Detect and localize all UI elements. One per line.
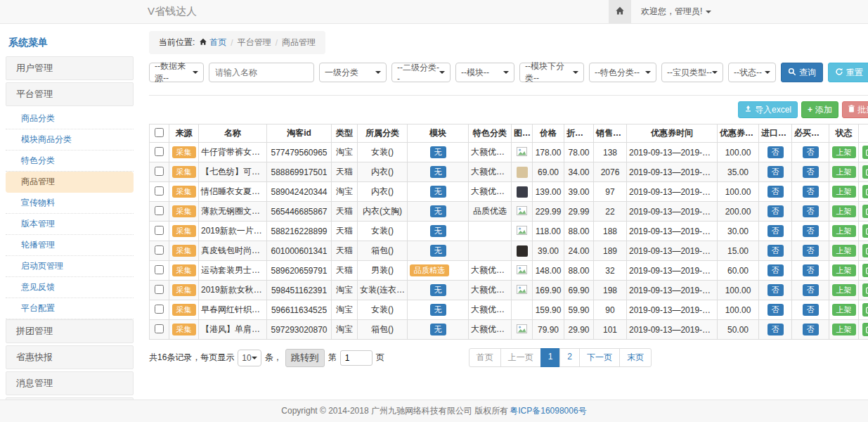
pager-button-2[interactable]: 1 [540,348,561,367]
status-badge[interactable]: 上架 [832,284,856,296]
row-checkbox[interactable] [155,324,164,333]
import-select-toggle[interactable]: 否 [767,166,784,178]
source-badge[interactable]: 采集 [172,146,196,158]
user-menu[interactable]: 欢迎您，管理员! [641,6,711,18]
module-badge[interactable]: 品质精选 [410,264,449,276]
sidebar-item-10[interactable]: 意见反馈 [6,277,134,298]
pager-button-1[interactable]: 上一页 [500,348,541,367]
sidebar-item-9[interactable]: 启动页管理 [6,256,134,277]
edit-button[interactable] [862,323,868,336]
filter-select-8[interactable]: --状态-- [728,63,776,82]
import-select-toggle[interactable]: 否 [767,284,784,296]
source-badge[interactable]: 采集 [172,166,196,178]
module-badge[interactable]: 无 [430,166,446,178]
sidebar-item-6[interactable]: 宣传物料 [6,193,134,214]
sidebar-item-12[interactable]: 拼团管理 [6,319,134,343]
sidebar-item-7[interactable]: 版本管理 [6,214,134,235]
source-badge[interactable]: 采集 [172,324,196,335]
status-badge[interactable]: 上架 [832,146,856,158]
filter-select-2[interactable]: 一级分类 [319,63,387,82]
edit-button[interactable] [862,146,868,159]
must-buy-toggle[interactable]: 否 [803,264,819,276]
edit-button[interactable] [862,283,868,297]
filter-select-5[interactable]: --模块下分类-- [519,63,584,82]
add-button[interactable]: + 添加 [801,101,838,118]
row-checkbox[interactable] [155,147,164,156]
select-all-checkbox[interactable] [155,128,164,137]
edit-button[interactable] [862,244,868,257]
source-badge[interactable]: 采集 [172,205,196,217]
source-badge[interactable]: 采集 [172,186,196,198]
import-excel-button[interactable]: 导入excel [738,101,798,118]
source-badge[interactable]: 采集 [172,264,196,276]
edit-button[interactable] [862,185,868,198]
source-badge[interactable]: 采集 [172,245,196,257]
row-checkbox[interactable] [155,245,164,255]
pager-button-5[interactable]: 末页 [619,348,652,367]
edit-button[interactable] [862,303,868,316]
breadcrumb-home-link[interactable]: 首页 [199,37,226,49]
sidebar-item-4[interactable]: 特色分类 [6,151,134,172]
status-badge[interactable]: 上架 [832,166,856,178]
filter-select-0[interactable]: --数据来源-- [149,63,204,82]
per-page-select[interactable]: 10 [238,350,261,366]
import-select-toggle[interactable]: 否 [767,146,784,158]
filter-select-6[interactable]: --特色分类-- [589,63,656,82]
row-checkbox[interactable] [155,206,164,215]
edit-button[interactable] [862,205,868,218]
sidebar-item-8[interactable]: 轮播管理 [6,235,134,256]
must-buy-toggle[interactable]: 否 [803,245,819,257]
module-badge[interactable]: 无 [430,324,446,335]
import-select-toggle[interactable]: 否 [767,324,784,335]
import-select-toggle[interactable]: 否 [767,205,784,217]
status-badge[interactable]: 上架 [832,225,856,237]
must-buy-toggle[interactable]: 否 [803,146,819,158]
must-buy-toggle[interactable]: 否 [803,166,819,178]
name-search-input[interactable] [209,63,314,82]
sidebar-item-1[interactable]: 平台管理 [6,82,134,106]
batch-delete-button[interactable]: 批量删除 [842,101,868,118]
filter-select-3[interactable]: --二级分类-- [391,63,451,82]
status-badge[interactable]: 上架 [832,264,856,276]
sidebar-item-11[interactable]: 平台配置 [6,298,134,319]
pager-button-0[interactable]: 首页 [469,348,501,367]
sidebar-item-5[interactable]: 商品管理 [6,172,134,193]
pager-button-3[interactable]: 2 [559,348,580,367]
home-button[interactable] [609,0,631,23]
filter-select-7[interactable]: --宝贝类型-- [661,63,723,82]
status-badge[interactable]: 上架 [832,304,856,316]
must-buy-toggle[interactable]: 否 [803,225,819,237]
module-badge[interactable]: 无 [430,245,446,257]
edit-button[interactable] [862,165,868,179]
import-select-toggle[interactable]: 否 [767,245,784,257]
module-badge[interactable]: 无 [430,205,446,217]
sidebar-item-0[interactable]: 用户管理 [6,56,134,80]
source-badge[interactable]: 采集 [172,304,196,316]
must-buy-toggle[interactable]: 否 [803,304,819,316]
pager-button-4[interactable]: 下一页 [579,348,620,367]
status-badge[interactable]: 上架 [832,245,856,257]
must-buy-toggle[interactable]: 否 [803,324,819,335]
module-badge[interactable]: 无 [430,186,446,198]
search-button[interactable]: 查询 [781,63,823,82]
status-badge[interactable]: 上架 [832,324,856,335]
source-badge[interactable]: 采集 [172,284,196,296]
edit-button[interactable] [862,264,868,277]
icp-link[interactable]: 粤ICP备16098006号 [510,405,586,417]
module-badge[interactable]: 无 [430,225,446,237]
must-buy-toggle[interactable]: 否 [803,205,819,217]
must-buy-toggle[interactable]: 否 [803,284,819,296]
reset-button[interactable]: 重置 [828,63,868,82]
sidebar-item-3[interactable]: 模块商品分类 [6,129,134,151]
row-checkbox[interactable] [155,226,164,235]
source-badge[interactable]: 采集 [172,225,196,237]
must-buy-toggle[interactable]: 否 [803,186,819,198]
import-select-toggle[interactable]: 否 [767,225,784,237]
row-checkbox[interactable] [155,305,164,314]
import-select-toggle[interactable]: 否 [767,304,784,316]
jump-button[interactable]: 跳转到 [285,349,325,367]
row-checkbox[interactable] [155,265,164,274]
filter-select-4[interactable]: --模块-- [455,63,514,82]
module-badge[interactable]: 无 [430,284,446,296]
sidebar-item-13[interactable]: 省惠快报 [6,345,134,369]
